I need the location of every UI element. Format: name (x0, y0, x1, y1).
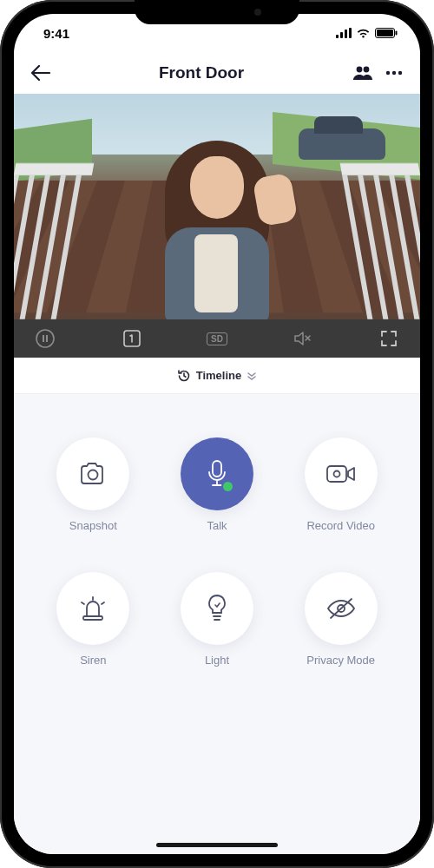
svg-rect-2 (345, 30, 347, 38)
svg-rect-1 (340, 32, 343, 38)
device-notch (135, 0, 299, 24)
svg-rect-18 (327, 466, 346, 482)
siren-icon (78, 595, 108, 621)
svg-rect-17 (213, 461, 221, 477)
record-video-button[interactable]: Record Video (279, 437, 403, 532)
camera-icon (78, 462, 108, 486)
eye-off-icon (326, 597, 356, 620)
timeline-toggle[interactable]: Timeline (14, 358, 420, 394)
svg-rect-14 (46, 335, 48, 342)
microphone-icon (206, 459, 228, 489)
svg-rect-20 (83, 616, 102, 620)
phone-frame: 9:41 Front Door (0, 0, 434, 868)
privacy-mode-label: Privacy Mode (306, 654, 375, 667)
svg-point-16 (89, 470, 98, 480)
video-control-bar: SD (14, 319, 420, 358)
status-time: 9:41 (43, 26, 69, 41)
fullscreen-button[interactable] (377, 330, 401, 347)
svg-rect-0 (336, 35, 339, 38)
quality-button[interactable]: SD (207, 332, 227, 345)
wifi-icon (356, 28, 371, 38)
privacy-mode-button[interactable]: Privacy Mode (279, 572, 403, 667)
svg-point-7 (357, 67, 363, 73)
svg-point-12 (36, 330, 54, 347)
nav-bar: Front Door (14, 52, 420, 94)
svg-point-8 (364, 67, 370, 73)
snapshot-button[interactable]: Snapshot (31, 437, 155, 532)
svg-rect-3 (349, 28, 352, 38)
chevron-down-icon (247, 372, 257, 380)
svg-point-11 (398, 71, 402, 75)
more-button[interactable] (385, 70, 403, 76)
siren-label: Siren (80, 654, 106, 667)
svg-point-10 (392, 71, 396, 75)
record-video-label: Record Video (306, 519, 375, 532)
page-title: Front Door (159, 63, 244, 82)
single-view-button[interactable] (120, 329, 144, 348)
svg-point-9 (386, 71, 390, 75)
battery-icon (375, 28, 398, 38)
pause-button[interactable] (33, 329, 57, 348)
talk-label: Talk (207, 519, 227, 532)
timeline-label: Timeline (196, 369, 242, 382)
live-video-feed[interactable] (14, 94, 420, 319)
home-indicator[interactable] (156, 843, 278, 847)
svg-rect-13 (43, 335, 44, 342)
lightbulb-icon (206, 594, 228, 623)
talk-button[interactable]: Talk (155, 437, 279, 532)
video-camera-icon (326, 464, 357, 484)
history-icon (177, 369, 191, 383)
screen: 9:41 Front Door (14, 14, 420, 854)
svg-point-19 (333, 471, 339, 477)
svg-rect-5 (377, 30, 393, 36)
mute-button[interactable] (290, 329, 314, 348)
actions-panel: Snapshot Talk Record Video (14, 394, 420, 854)
back-button[interactable] (31, 65, 50, 81)
svg-rect-6 (396, 31, 398, 36)
light-label: Light (205, 654, 229, 667)
siren-button[interactable]: Siren (31, 572, 155, 667)
light-button[interactable]: Light (155, 572, 279, 667)
cellular-icon (336, 28, 352, 38)
share-users-button[interactable] (352, 65, 373, 81)
snapshot-label: Snapshot (69, 519, 117, 532)
